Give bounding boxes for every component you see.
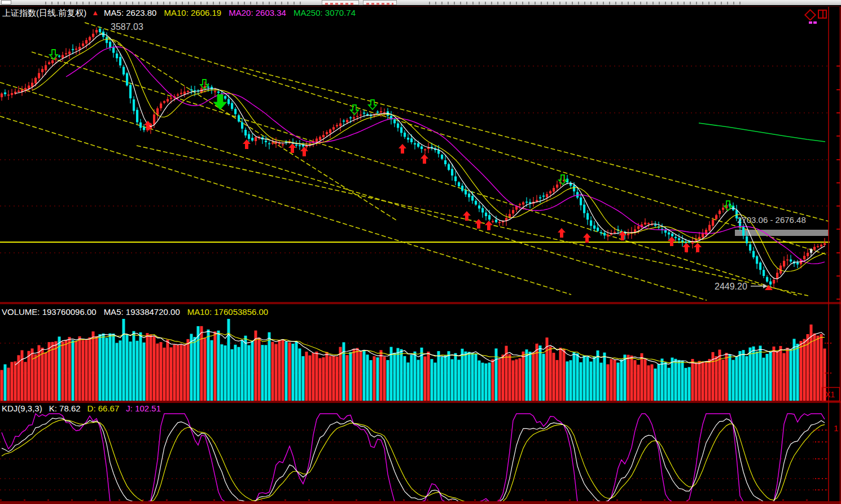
kdj-k-value: K: 78.62	[49, 404, 81, 413]
window-split-icon[interactable]	[818, 10, 827, 19]
ma250-value: MA250: 3070.74	[294, 8, 356, 18]
candlesticks	[1, 27, 826, 288]
kdj-scale-label: 1	[834, 423, 838, 433]
low-price-label: 2449.20	[715, 282, 747, 292]
volume-ma5-value: MA5: 193384720.00	[104, 307, 180, 317]
chart-canvas[interactable]	[0, 0, 841, 504]
ma20-value: MA20: 2603.34	[229, 8, 286, 18]
volume-bars	[1, 319, 826, 401]
volume-ma10-value: MA10: 176053856.00	[187, 307, 268, 317]
volume-scale-x1-label[interactable]: X1	[825, 390, 835, 399]
kdj-header: KDJ(9,3,3) K: 78.62 D: 66.67 J: 102.51	[2, 404, 161, 413]
symbol-title[interactable]: 上证指数(日线.前复权)	[2, 8, 86, 18]
kdj-j-value: J: 102.51	[126, 404, 161, 413]
kdj-name[interactable]: KDJ(9,3,3)	[2, 404, 42, 413]
volume-value: VOLUME: 193760096.00	[2, 307, 97, 317]
magenta-marker-dot-2	[813, 21, 817, 24]
magenta-marker-dot	[809, 21, 812, 24]
kdj-d-value: D: 66.67	[87, 404, 120, 413]
ma5-value: MA5: 2623.80	[104, 8, 156, 18]
chart-header: 上证指数(日线.前复权) ▲ MA5: 2623.80 MA10: 2606.1…	[2, 8, 356, 18]
gap-zone-label: 2703.06 - 2676.48	[737, 215, 806, 225]
trading-app-window: { "header": { "title": "上证指数(日线.前复权)", "…	[0, 0, 841, 504]
up-arrow-icon: ▲	[91, 8, 99, 18]
peak-price-label: 3587.03	[111, 22, 143, 32]
volume-header: VOLUME: 193760096.00 MA5: 193384720.00 M…	[2, 307, 268, 317]
ma10-value: MA10: 2606.19	[164, 8, 221, 18]
